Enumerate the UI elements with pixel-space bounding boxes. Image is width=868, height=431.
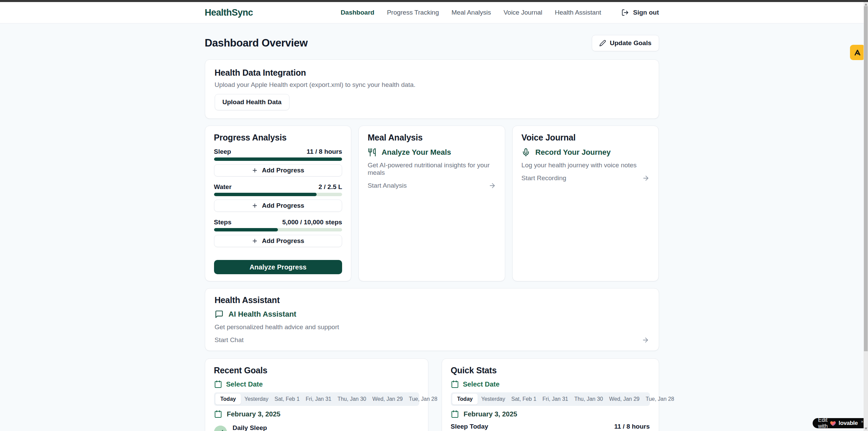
arrow-right-icon bbox=[489, 182, 496, 189]
tab-fri-jan-31[interactable]: Fri, Jan 31 bbox=[540, 394, 571, 405]
nav-link-health-assistant[interactable]: Health Assistant bbox=[555, 9, 601, 16]
utensils-icon bbox=[368, 148, 376, 157]
mic-icon bbox=[521, 148, 530, 157]
nav-link-voice-journal[interactable]: Voice Journal bbox=[503, 9, 542, 16]
metric-value: 5,000 / 10,000 steps bbox=[282, 219, 342, 226]
recent-goals-title: Recent Goals bbox=[214, 366, 419, 375]
progress-analysis-title: Progress Analysis bbox=[214, 133, 342, 143]
scroll-up-icon[interactable] bbox=[865, 3, 867, 5]
ai-health-assistant-link[interactable]: AI Health Assistant bbox=[215, 310, 649, 319]
tab-today[interactable]: Today bbox=[215, 394, 241, 405]
lovable-float-button[interactable] bbox=[850, 45, 865, 60]
start-analysis-link[interactable]: Start Analysis bbox=[368, 182, 496, 189]
nav-link-dashboard[interactable]: Dashboard bbox=[341, 9, 374, 16]
recent-goals-date-tabs: Today Yesterday Sat, Feb 1 Fri, Jan 31 T… bbox=[214, 392, 419, 406]
tab-sat-feb-1[interactable]: Sat, Feb 1 bbox=[509, 394, 539, 405]
check-icon bbox=[214, 426, 227, 431]
add-progress-sleep-button[interactable]: Add Progress bbox=[214, 164, 342, 176]
tab-thu-jan-30[interactable]: Thu, Jan 30 bbox=[335, 394, 369, 405]
sleep-today-stat: Sleep Today 11 / 8 hours Add Progress bbox=[451, 423, 650, 431]
health-data-integration-card: Health Data Integration Upload your Appl… bbox=[205, 59, 659, 119]
plus-icon bbox=[252, 167, 258, 173]
tab-thu-jan-30[interactable]: Thu, Jan 30 bbox=[571, 394, 606, 405]
start-chat-label: Start Chat bbox=[215, 336, 244, 344]
scrollbar-thumb[interactable] bbox=[864, 6, 868, 351]
plus-icon bbox=[252, 203, 258, 209]
edit-with-lovable-badge[interactable]: Edit with lovable × bbox=[813, 418, 868, 428]
health-assistant-card: Health Assistant AI Health Assistant Get… bbox=[205, 288, 659, 351]
quick-stats-select-date[interactable]: Select Date bbox=[451, 380, 650, 388]
ai-health-assistant-label: AI Health Assistant bbox=[229, 310, 297, 319]
vertical-scrollbar[interactable] bbox=[864, 2, 868, 431]
heart-icon bbox=[830, 420, 836, 426]
arrow-right-icon bbox=[642, 336, 649, 344]
assistant-description: Get personalized health advice and suppo… bbox=[215, 323, 649, 331]
brand-logo[interactable]: HealthSync bbox=[205, 7, 253, 18]
analyze-progress-button[interactable]: Analyze Progress bbox=[214, 260, 342, 274]
calendar-icon bbox=[214, 380, 222, 388]
progress-analysis-card: Progress Analysis Sleep 11 / 8 hours bbox=[205, 126, 352, 281]
tab-today[interactable]: Today bbox=[452, 394, 478, 405]
meal-analysis-card: Meal Analysis Analyze Your Meals Get AI-… bbox=[358, 126, 505, 281]
start-recording-link[interactable]: Start Recording bbox=[521, 174, 650, 182]
add-progress-water-button[interactable]: Add Progress bbox=[214, 200, 342, 212]
tab-wed-jan-29[interactable]: Wed, Jan 29 bbox=[606, 394, 642, 405]
nav-link-meal-analysis[interactable]: Meal Analysis bbox=[451, 9, 491, 16]
add-progress-steps-button[interactable]: Add Progress bbox=[214, 235, 342, 247]
page-title: Dashboard Overview bbox=[205, 37, 308, 49]
recent-goals-card: Recent Goals Select Date Today Yesterday… bbox=[205, 358, 428, 431]
metric-label: Sleep bbox=[214, 148, 231, 155]
sleep-progress-bar bbox=[214, 157, 342, 161]
start-chat-link[interactable]: Start Chat bbox=[215, 336, 649, 344]
window-top-strip bbox=[0, 0, 868, 2]
health-data-description: Upload your Apple Health export (export.… bbox=[215, 81, 649, 89]
signout-button[interactable]: Sign out bbox=[621, 9, 659, 16]
nav-link-progress-tracking[interactable]: Progress Tracking bbox=[387, 9, 439, 16]
plus-icon bbox=[252, 238, 258, 244]
add-progress-label: Add Progress bbox=[262, 167, 304, 174]
recent-goals-select-date[interactable]: Select Date bbox=[214, 380, 419, 388]
tab-yesterday[interactable]: Yesterday bbox=[478, 394, 508, 405]
start-analysis-label: Start Analysis bbox=[368, 182, 407, 189]
tab-wed-jan-29[interactable]: Wed, Jan 29 bbox=[370, 394, 406, 405]
steps-progress-bar bbox=[214, 228, 342, 231]
pencil-icon bbox=[599, 40, 606, 46]
chat-icon bbox=[215, 310, 224, 319]
scroll-down-icon[interactable] bbox=[865, 428, 867, 430]
edit-with-label: Edit with bbox=[818, 417, 828, 429]
tab-sat-feb-1[interactable]: Sat, Feb 1 bbox=[272, 394, 302, 405]
record-your-journey-link[interactable]: Record Your Journey bbox=[521, 148, 650, 157]
current-date-label: February 3, 2025 bbox=[227, 410, 281, 418]
stat-label: Sleep Today bbox=[451, 423, 489, 430]
lovable-brand-label: lovable bbox=[838, 420, 857, 427]
tab-yesterday[interactable]: Yesterday bbox=[242, 394, 271, 405]
upload-health-data-button[interactable]: Upload Health Data bbox=[215, 94, 289, 110]
calendar-icon bbox=[214, 410, 222, 418]
bottom-cards-row: Recent Goals Select Date Today Yesterday… bbox=[205, 358, 659, 431]
analyze-your-meals-link[interactable]: Analyze Your Meals bbox=[368, 148, 496, 157]
analyze-your-meals-label: Analyze Your Meals bbox=[382, 148, 451, 157]
start-recording-label: Start Recording bbox=[521, 174, 566, 182]
metric-value: 2 / 2.5 L bbox=[318, 183, 342, 191]
voice-description: Log your health journey with voice notes bbox=[521, 162, 650, 169]
goal-name: Daily Sleep bbox=[233, 424, 267, 431]
quick-stats-current-date[interactable]: February 3, 2025 bbox=[451, 410, 650, 418]
logout-icon bbox=[621, 9, 629, 16]
tab-fri-jan-31[interactable]: Fri, Jan 31 bbox=[303, 394, 334, 405]
tab-tue-jan-28[interactable]: Tue, Jan 28 bbox=[406, 394, 440, 405]
signout-label: Sign out bbox=[633, 9, 659, 16]
voice-journal-title: Voice Journal bbox=[521, 133, 650, 143]
metric-sleep: Sleep 11 / 8 hours Add Progress bbox=[214, 148, 342, 176]
current-date-label: February 3, 2025 bbox=[464, 410, 517, 418]
page-scroll-area: HealthSync Dashboard Progress Tracking M… bbox=[0, 2, 864, 431]
health-data-title: Health Data Integration bbox=[215, 68, 649, 78]
navbar: HealthSync Dashboard Progress Tracking M… bbox=[0, 2, 864, 23]
add-progress-label: Add Progress bbox=[262, 202, 304, 209]
recent-goals-current-date[interactable]: February 3, 2025 bbox=[214, 410, 419, 418]
tab-tue-jan-28[interactable]: Tue, Jan 28 bbox=[643, 394, 677, 405]
badge-close-icon[interactable]: × bbox=[861, 419, 864, 424]
select-date-label: Select Date bbox=[463, 380, 500, 388]
update-goals-button[interactable]: Update Goals bbox=[592, 35, 659, 51]
metric-water: Water 2 / 2.5 L Add Progress bbox=[214, 183, 342, 212]
select-date-label: Select Date bbox=[226, 380, 263, 388]
